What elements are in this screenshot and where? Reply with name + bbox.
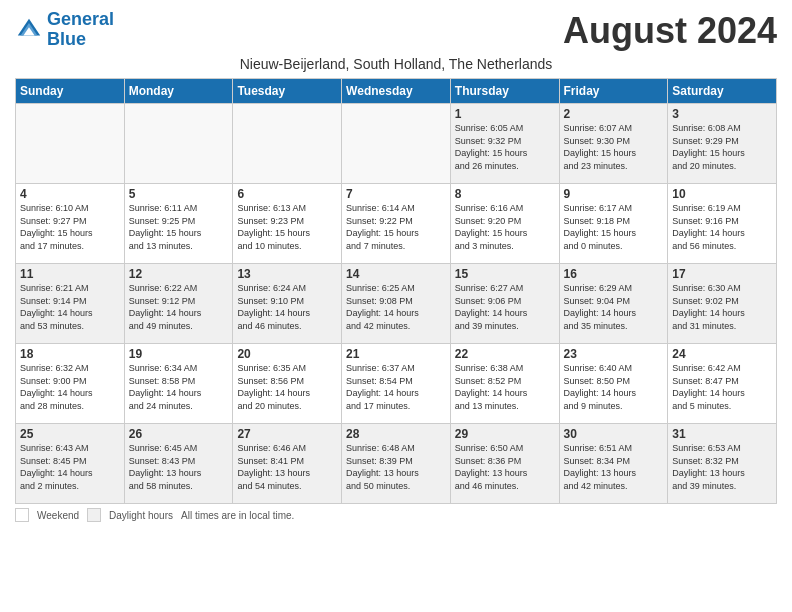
day-info: Sunrise: 6:14 AMSunset: 9:22 PMDaylight:… — [346, 202, 446, 252]
day-info: Sunrise: 6:45 AMSunset: 8:43 PMDaylight:… — [129, 442, 229, 492]
day-number: 6 — [237, 187, 337, 201]
week-row-4: 18Sunrise: 6:32 AMSunset: 9:00 PMDayligh… — [16, 344, 777, 424]
day-info: Sunrise: 6:51 AMSunset: 8:34 PMDaylight:… — [564, 442, 664, 492]
day-number: 24 — [672, 347, 772, 361]
day-info: Sunrise: 6:30 AMSunset: 9:02 PMDaylight:… — [672, 282, 772, 332]
day-info: Sunrise: 6:34 AMSunset: 8:58 PMDaylight:… — [129, 362, 229, 412]
calendar-cell: 15Sunrise: 6:27 AMSunset: 9:06 PMDayligh… — [450, 264, 559, 344]
day-info: Sunrise: 6:16 AMSunset: 9:20 PMDaylight:… — [455, 202, 555, 252]
day-info: Sunrise: 6:17 AMSunset: 9:18 PMDaylight:… — [564, 202, 664, 252]
weekday-header-monday: Monday — [124, 79, 233, 104]
weekday-header-tuesday: Tuesday — [233, 79, 342, 104]
calendar-table: SundayMondayTuesdayWednesdayThursdayFrid… — [15, 78, 777, 504]
day-number: 22 — [455, 347, 555, 361]
day-number: 5 — [129, 187, 229, 201]
day-number: 18 — [20, 347, 120, 361]
calendar-cell: 17Sunrise: 6:30 AMSunset: 9:02 PMDayligh… — [668, 264, 777, 344]
week-row-5: 25Sunrise: 6:43 AMSunset: 8:45 PMDayligh… — [16, 424, 777, 504]
month-title: August 2024 — [563, 10, 777, 52]
day-number: 26 — [129, 427, 229, 441]
day-number: 23 — [564, 347, 664, 361]
weekday-header-row: SundayMondayTuesdayWednesdayThursdayFrid… — [16, 79, 777, 104]
calendar-cell: 1Sunrise: 6:05 AMSunset: 9:32 PMDaylight… — [450, 104, 559, 184]
weekday-header-thursday: Thursday — [450, 79, 559, 104]
week-row-3: 11Sunrise: 6:21 AMSunset: 9:14 PMDayligh… — [16, 264, 777, 344]
day-number: 14 — [346, 267, 446, 281]
page-container: General Blue August 2024 Nieuw-Beijerlan… — [0, 0, 792, 530]
calendar-cell: 27Sunrise: 6:46 AMSunset: 8:41 PMDayligh… — [233, 424, 342, 504]
day-info: Sunrise: 6:22 AMSunset: 9:12 PMDaylight:… — [129, 282, 229, 332]
day-info: Sunrise: 6:50 AMSunset: 8:36 PMDaylight:… — [455, 442, 555, 492]
day-info: Sunrise: 6:46 AMSunset: 8:41 PMDaylight:… — [237, 442, 337, 492]
day-number: 2 — [564, 107, 664, 121]
day-info: Sunrise: 6:42 AMSunset: 8:47 PMDaylight:… — [672, 362, 772, 412]
day-number: 20 — [237, 347, 337, 361]
day-info: Sunrise: 6:25 AMSunset: 9:08 PMDaylight:… — [346, 282, 446, 332]
calendar-cell: 24Sunrise: 6:42 AMSunset: 8:47 PMDayligh… — [668, 344, 777, 424]
day-number: 12 — [129, 267, 229, 281]
calendar-cell: 31Sunrise: 6:53 AMSunset: 8:32 PMDayligh… — [668, 424, 777, 504]
calendar-cell: 23Sunrise: 6:40 AMSunset: 8:50 PMDayligh… — [559, 344, 668, 424]
logo-text: General Blue — [47, 10, 114, 50]
calendar-cell: 14Sunrise: 6:25 AMSunset: 9:08 PMDayligh… — [342, 264, 451, 344]
calendar-cell: 19Sunrise: 6:34 AMSunset: 8:58 PMDayligh… — [124, 344, 233, 424]
day-info: Sunrise: 6:10 AMSunset: 9:27 PMDaylight:… — [20, 202, 120, 252]
calendar-cell: 12Sunrise: 6:22 AMSunset: 9:12 PMDayligh… — [124, 264, 233, 344]
day-number: 7 — [346, 187, 446, 201]
day-number: 1 — [455, 107, 555, 121]
legend: Weekend Daylight hours All times are in … — [15, 508, 777, 522]
calendar-cell: 11Sunrise: 6:21 AMSunset: 9:14 PMDayligh… — [16, 264, 125, 344]
day-number: 25 — [20, 427, 120, 441]
legend-white-label: Weekend — [37, 510, 79, 521]
legend-note: All times are in local time. — [181, 510, 294, 521]
day-number: 21 — [346, 347, 446, 361]
day-number: 19 — [129, 347, 229, 361]
logo-icon — [15, 16, 43, 44]
day-info: Sunrise: 6:29 AMSunset: 9:04 PMDaylight:… — [564, 282, 664, 332]
legend-white-box — [15, 508, 29, 522]
day-number: 17 — [672, 267, 772, 281]
day-number: 31 — [672, 427, 772, 441]
logo-line2: Blue — [47, 29, 86, 49]
day-info: Sunrise: 6:07 AMSunset: 9:30 PMDaylight:… — [564, 122, 664, 172]
day-number: 3 — [672, 107, 772, 121]
calendar-cell: 2Sunrise: 6:07 AMSunset: 9:30 PMDaylight… — [559, 104, 668, 184]
subtitle: Nieuw-Beijerland, South Holland, The Net… — [15, 56, 777, 72]
calendar-cell: 16Sunrise: 6:29 AMSunset: 9:04 PMDayligh… — [559, 264, 668, 344]
header-row: General Blue August 2024 — [15, 10, 777, 52]
day-info: Sunrise: 6:11 AMSunset: 9:25 PMDaylight:… — [129, 202, 229, 252]
day-number: 15 — [455, 267, 555, 281]
day-info: Sunrise: 6:43 AMSunset: 8:45 PMDaylight:… — [20, 442, 120, 492]
calendar-cell: 20Sunrise: 6:35 AMSunset: 8:56 PMDayligh… — [233, 344, 342, 424]
weekday-header-friday: Friday — [559, 79, 668, 104]
day-info: Sunrise: 6:48 AMSunset: 8:39 PMDaylight:… — [346, 442, 446, 492]
calendar-cell: 25Sunrise: 6:43 AMSunset: 8:45 PMDayligh… — [16, 424, 125, 504]
weekday-header-sunday: Sunday — [16, 79, 125, 104]
weekday-header-wednesday: Wednesday — [342, 79, 451, 104]
calendar-cell: 4Sunrise: 6:10 AMSunset: 9:27 PMDaylight… — [16, 184, 125, 264]
day-info: Sunrise: 6:05 AMSunset: 9:32 PMDaylight:… — [455, 122, 555, 172]
day-number: 4 — [20, 187, 120, 201]
calendar-cell: 29Sunrise: 6:50 AMSunset: 8:36 PMDayligh… — [450, 424, 559, 504]
day-info: Sunrise: 6:13 AMSunset: 9:23 PMDaylight:… — [237, 202, 337, 252]
day-number: 30 — [564, 427, 664, 441]
day-info: Sunrise: 6:32 AMSunset: 9:00 PMDaylight:… — [20, 362, 120, 412]
day-number: 16 — [564, 267, 664, 281]
day-number: 10 — [672, 187, 772, 201]
day-info: Sunrise: 6:24 AMSunset: 9:10 PMDaylight:… — [237, 282, 337, 332]
calendar-cell: 10Sunrise: 6:19 AMSunset: 9:16 PMDayligh… — [668, 184, 777, 264]
calendar-cell: 9Sunrise: 6:17 AMSunset: 9:18 PMDaylight… — [559, 184, 668, 264]
day-number: 9 — [564, 187, 664, 201]
day-number: 11 — [20, 267, 120, 281]
day-info: Sunrise: 6:37 AMSunset: 8:54 PMDaylight:… — [346, 362, 446, 412]
calendar-cell: 7Sunrise: 6:14 AMSunset: 9:22 PMDaylight… — [342, 184, 451, 264]
calendar-cell: 6Sunrise: 6:13 AMSunset: 9:23 PMDaylight… — [233, 184, 342, 264]
week-row-2: 4Sunrise: 6:10 AMSunset: 9:27 PMDaylight… — [16, 184, 777, 264]
day-number: 27 — [237, 427, 337, 441]
day-info: Sunrise: 6:21 AMSunset: 9:14 PMDaylight:… — [20, 282, 120, 332]
calendar-cell: 18Sunrise: 6:32 AMSunset: 9:00 PMDayligh… — [16, 344, 125, 424]
day-info: Sunrise: 6:27 AMSunset: 9:06 PMDaylight:… — [455, 282, 555, 332]
day-number: 8 — [455, 187, 555, 201]
day-info: Sunrise: 6:40 AMSunset: 8:50 PMDaylight:… — [564, 362, 664, 412]
calendar-cell: 13Sunrise: 6:24 AMSunset: 9:10 PMDayligh… — [233, 264, 342, 344]
